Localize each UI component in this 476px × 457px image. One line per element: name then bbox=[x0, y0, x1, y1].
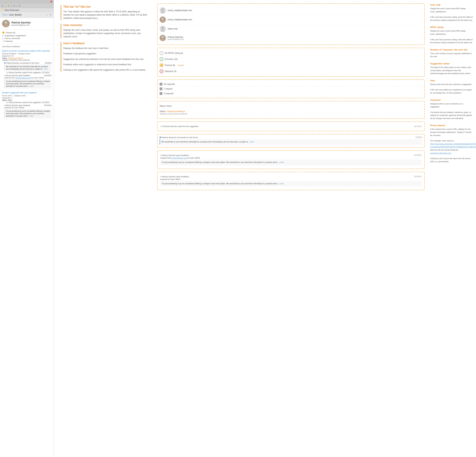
wf-user-text-2: email_only@example.com bbox=[168, 18, 192, 21]
wf-comment-header: Patricia Sanchez commented on the forum:… bbox=[160, 136, 422, 138]
suggestion-title-2[interactable]: Another suggestion the user supports bbox=[2, 91, 51, 94]
suggestion-supporters-1: Supporters: 33 bbox=[2, 55, 51, 57]
nps-face-passive: 😐 bbox=[160, 63, 163, 67]
proxy-source-2: Captured by Claire Talbott bbox=[4, 107, 51, 109]
annotation-nps-title: NPS® rating bbox=[430, 26, 473, 28]
wireframe-status: Status: None Status: Gathering feedback … bbox=[157, 101, 425, 119]
close-button[interactable]: Close bbox=[2, 14, 8, 16]
request-row-1: ▪ 1 request bbox=[160, 86, 422, 91]
comment-dot-icon bbox=[160, 137, 161, 138]
proxy-more-link-1[interactable]: more bbox=[29, 85, 34, 87]
user-email: psanchez@janyx.info bbox=[11, 24, 31, 26]
minimize-button[interactable]: — bbox=[46, 14, 48, 16]
annotations-section: User chip Display the user's most recent… bbox=[427, 0, 476, 457]
annotation-nps: NPS® rating Display the user's most rece… bbox=[430, 26, 473, 44]
nps-row-none: — No NPS® rating yet bbox=[160, 50, 422, 56]
wf-user-row-4: Patricia Sanchez psanchez@janyx.info bbox=[160, 34, 422, 43]
nps-row-promoter: ☺ Promoter (10) bbox=[160, 56, 422, 62]
suggestion-category-1: General Feedback – Category name bbox=[2, 53, 51, 55]
more-icon[interactable]: » bbox=[16, 4, 17, 7]
proxy-more-wf-2[interactable]: more bbox=[280, 182, 284, 185]
user-name-block: Patricia Sanchez psanchez@janyx.info bbox=[11, 21, 31, 26]
wireframe-vote: +1 Patricia Sanchez voted for this sugge… bbox=[157, 121, 425, 131]
annotation-requests-text: This is the number of proxy requests att… bbox=[430, 52, 473, 58]
annotation-user-chip: User chip Display the user's most recent… bbox=[430, 3, 473, 22]
wf-avatar-1 bbox=[160, 7, 166, 14]
folder-icon: 📁 bbox=[1, 9, 4, 11]
proxy-header-1: ▪ Patricia Sanchez gave feedback: 12/2/2… bbox=[4, 75, 51, 77]
suggestion-item-2: Another suggestion the user supports For… bbox=[0, 90, 54, 120]
annotation-proxy-text-3: Clicking on the source link opens the fu… bbox=[430, 157, 473, 163]
forum-dot-icon bbox=[4, 62, 6, 64]
annotation-user-chip-text-1: Display the user's most recent NPS ratin… bbox=[430, 7, 473, 13]
nps-face-none: — bbox=[160, 51, 163, 55]
annotation-requests: Number of "requests" the user has This i… bbox=[430, 48, 473, 58]
proxy-row-2: ▪ Patricia Sanchez gave feedback: 12/2/2… bbox=[160, 174, 422, 188]
nps-label-none: No NPS® rating yet bbox=[165, 52, 183, 54]
nps-label-promoter: Promoter (10) bbox=[165, 58, 178, 60]
close-dot[interactable] bbox=[51, 1, 52, 2]
stat-nps-text: Passive (8) bbox=[6, 32, 15, 34]
heading-titlebar: Title bar *or* Nav bar bbox=[63, 5, 147, 8]
annotation-proxy-text-2: For example, if the source is https://us… bbox=[430, 139, 473, 155]
proxy-row-1: ▪ Patricia Sanchez gave feedback: 12/2/2… bbox=[160, 153, 422, 166]
suggestion-status-1: Status: Gathering feedback bbox=[2, 57, 51, 59]
proxy-more-link-2[interactable]: more bbox=[29, 115, 34, 117]
proxy-example-short-link[interactable]: uservoice.uservoice.com bbox=[430, 152, 451, 154]
wireframe-requests: ▪ No requests ▪ 1 request ▪ 5 requests bbox=[157, 79, 425, 98]
request-label-1: 1 request bbox=[164, 88, 172, 90]
comment-more-link-1[interactable]: more bbox=[44, 68, 48, 70]
close-x-button[interactable]: ✕ bbox=[50, 14, 51, 16]
browser-chrome: ⊕ ☆ ★ ⬡ ◈ » ☰ 📁 Other Bookmarks Close Us… bbox=[0, 0, 54, 457]
wf-user-row-1: email_only@example.com bbox=[160, 6, 422, 15]
suggestion-category-2: Forum name – Category name bbox=[2, 95, 51, 97]
proxy-more-wf-1[interactable]: more bbox=[280, 161, 284, 163]
wf-proxy-header-1: ▪ Patricia Sanchez gave feedback: 12/2/2… bbox=[160, 154, 422, 156]
proxy-item-1: ▪ Patricia Sanchez gave feedback: 12/2/2… bbox=[2, 75, 51, 88]
comment-header-1: Patricia Sanchez commented on the forum:… bbox=[4, 62, 51, 64]
annotation-status: Suggestion status The label of the statu… bbox=[430, 62, 473, 75]
status-value-1: Gathering feedback bbox=[8, 57, 23, 59]
annotation-status-title: Suggestion status bbox=[430, 62, 473, 65]
wf-comment-more[interactable]: more bbox=[250, 141, 254, 143]
menu-icon[interactable]: ☰ bbox=[18, 4, 21, 7]
svg-point-10 bbox=[162, 27, 164, 29]
wf-proxy-header-2: ▪ Patricia Sanchez gave feedback: 12/2/2… bbox=[160, 176, 422, 178]
status-gathering-label: Gathering feedback bbox=[167, 110, 185, 112]
vote-item-1: +1 Patricia Sanchez voted for this sugge… bbox=[2, 71, 51, 74]
stat-comments: ● 2 forum comments bbox=[2, 37, 51, 40]
user-avatar bbox=[2, 20, 10, 27]
suggestion-icon: ◈ bbox=[2, 35, 3, 37]
proxy-source-text-1: Captured from source.domain.com by Clair… bbox=[160, 157, 422, 159]
panel-window-controls: — ✕ bbox=[46, 14, 51, 16]
desc-feedback-5: Clicking on the suggestion's title opens… bbox=[63, 68, 147, 72]
suggestion-title-1[interactable]: Export account's monitoring config to CS… bbox=[2, 50, 51, 52]
desc-feedback-1: Displays the feedback this user has in U… bbox=[63, 47, 147, 50]
proxy-source-link-wf-1[interactable]: source.domain.com bbox=[172, 157, 187, 159]
annotation-comment-text-2: Comments that are deleted, marked as spa… bbox=[430, 111, 473, 120]
stat-nps: 😐 Passive (8) bbox=[2, 31, 51, 34]
shield-icon: ◈ bbox=[14, 4, 15, 7]
svg-point-13 bbox=[162, 36, 164, 38]
title-bar-section: Title bar *or* Nav bar The "User details… bbox=[61, 5, 147, 20]
proxy-example-link[interactable]: https://uservoice.uservoice.com/admin/ti… bbox=[430, 143, 476, 148]
name-only-label: Name only bbox=[168, 28, 178, 30]
wf-user-row-2: email_only@example.com bbox=[160, 15, 422, 24]
wf-comment-body: We would like to use UserVoice internall… bbox=[160, 139, 422, 145]
wf-user-text-1: email_only@example.com bbox=[168, 9, 192, 12]
wf-user-text-4: Patricia Sanchez psanchez@janyx.info bbox=[168, 36, 184, 40]
wf-avatar-2 bbox=[160, 17, 166, 23]
nps-delta: -2 points bbox=[177, 64, 184, 66]
desc-feedback-2: Feedback is grouped by suggestion. bbox=[63, 52, 147, 55]
extension-icon: ⬡ bbox=[11, 4, 12, 7]
desc-overview: Displays the user's chip (name, email, a… bbox=[63, 28, 147, 39]
wf-proxy-date-1: 12/2/2015 bbox=[414, 154, 422, 156]
annotation-vote-text-2: If the user was added as a supporter by … bbox=[430, 88, 473, 94]
heading-overview: User overview bbox=[63, 24, 147, 27]
annotation-vote-text-1: Shows when the end-user voted for a sugg… bbox=[430, 83, 473, 86]
suggestion-updated-1: Updated 1/1/2016 by Alex Kohlhofer bbox=[2, 59, 51, 61]
req-icon-5: ▪ bbox=[160, 92, 162, 95]
proxy-source-link-1[interactable]: source.domain.com bbox=[16, 77, 31, 79]
vote-item-2: +1 Patricia Sanchez voted for this sugge… bbox=[2, 101, 51, 104]
svg-point-1 bbox=[5, 21, 7, 24]
